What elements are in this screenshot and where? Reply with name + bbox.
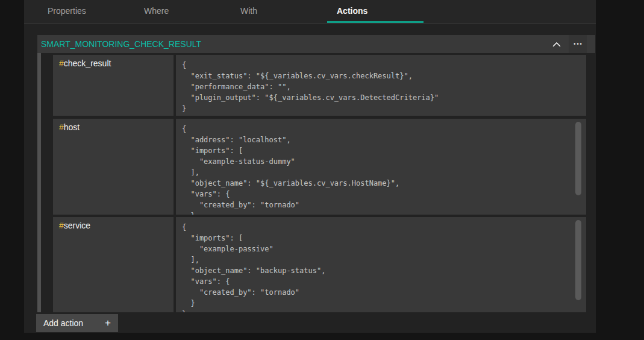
tab-with[interactable]: With: [231, 0, 327, 23]
plus-icon: +: [105, 317, 111, 329]
add-action-label: Add action: [43, 318, 83, 328]
action-title: SMART_MONITORING_CHECK_RESULT: [37, 39, 545, 49]
field-name: check_result: [64, 58, 111, 68]
action-left-rail: [37, 53, 41, 312]
hash-prefix: #: [59, 221, 64, 230]
json-editor-check-result[interactable]: { "exit_status": "${_variables.cv_vars.c…: [176, 55, 586, 116]
field-name: host: [64, 122, 80, 132]
tab-properties[interactable]: Properties: [38, 0, 134, 23]
json-code: { "exit_status": "${_variables.cv_vars.c…: [176, 55, 586, 114]
tab-where[interactable]: Where: [134, 0, 231, 23]
collapse-button[interactable]: [545, 35, 569, 53]
tab-bar: Properties Where With Actions: [24, 0, 596, 24]
json-editor-host[interactable]: { "address": "localhost", "imports": [ "…: [176, 119, 586, 215]
field-label-host: #host: [53, 119, 174, 215]
scrollbar-thumb[interactable]: [575, 220, 581, 300]
scrollbar-thumb[interactable]: [575, 122, 581, 195]
overflow-menu-button[interactable]: •••: [569, 35, 587, 53]
hash-prefix: #: [59, 122, 64, 132]
json-code: { "address": "localhost", "imports": [ "…: [176, 119, 586, 215]
field-label-check-result: #check_result: [53, 55, 174, 116]
tab-actions[interactable]: Actions: [327, 0, 424, 23]
field-name: service: [64, 221, 90, 230]
json-editor-service[interactable]: { "imports": [ "example-passive" ], "obj…: [176, 217, 586, 312]
add-action-button[interactable]: Add action +: [36, 314, 118, 332]
actions-editor-panel: Properties Where With Actions SMART_MONI…: [24, 0, 596, 333]
chevron-up-icon: [552, 39, 561, 49]
json-code: { "imports": [ "example-passive" ], "obj…: [176, 217, 586, 312]
hash-prefix: #: [59, 58, 64, 68]
overflow-menu-icon: •••: [572, 42, 583, 47]
field-label-service: #service: [53, 217, 174, 312]
action-card-header: SMART_MONITORING_CHECK_RESULT •••: [37, 35, 595, 53]
